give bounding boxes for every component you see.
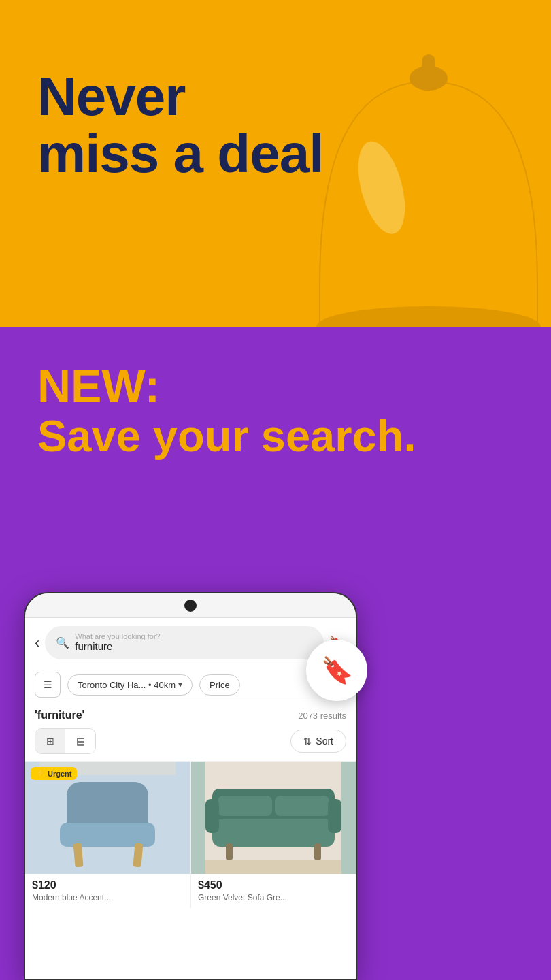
svg-rect-28 (226, 843, 233, 860)
lightning-icon: ⚡ (36, 769, 46, 778)
bell-illustration (299, 41, 551, 327)
filter-icon-button[interactable]: ☰ (35, 672, 61, 698)
filter-lines-icon: ☰ (44, 679, 52, 690)
svg-rect-25 (275, 796, 329, 816)
listing-card-2[interactable]: $450 Green Velvet Sofa Gre... (191, 762, 356, 908)
hero-yellow-section: Never miss a deal (0, 0, 551, 327)
results-count: 2073 results (298, 710, 346, 721)
bookmark-icon: 🔖 (321, 655, 353, 685)
urgent-badge: ⚡ Urgent (31, 767, 77, 780)
sort-button[interactable]: ⇅ Sort (290, 730, 346, 753)
search-input-value: furniture (75, 640, 160, 653)
list-icon: ▤ (76, 736, 85, 747)
phone-mockup: ‹ 🔍 What are you looking for? furniture … (24, 592, 357, 980)
urgent-text: Urgent (48, 770, 71, 778)
grid-view-button[interactable]: ⊞ (35, 729, 65, 753)
phone-camera (184, 600, 197, 612)
listing-info-1: $120 Modern blue Accent... (25, 874, 190, 908)
hero-title: Never miss a deal (37, 68, 323, 182)
location-text: Toronto City Ha... • 40km (78, 680, 176, 690)
list-view-button[interactable]: ▤ (65, 729, 95, 753)
svg-line-9 (299, 272, 306, 286)
svg-rect-27 (328, 799, 341, 833)
sort-label: Sort (316, 736, 333, 747)
sort-icon: ⇅ (303, 736, 312, 747)
search-row: ‹ 🔍 What are you looking for? furniture … (25, 618, 356, 668)
listing-image-wrap-2 (191, 762, 356, 874)
results-header: 'furniture' 2073 results (25, 702, 356, 725)
svg-line-14 (544, 238, 551, 259)
listing-price-1: $120 (32, 879, 183, 892)
search-placeholder: What are you looking for? (75, 633, 160, 640)
search-icon: 🔍 (56, 636, 69, 649)
listing-name-2: Green Velvet Sofa Gre... (198, 893, 349, 902)
view-toggle: ⊞ ▤ (35, 728, 96, 754)
floating-bookmark-button[interactable]: 🔖 (306, 640, 367, 701)
chevron-down-icon: ▾ (178, 680, 182, 689)
svg-rect-29 (314, 843, 321, 860)
price-label: Price (210, 680, 230, 690)
results-query-title: 'furniture' (35, 709, 84, 721)
listings-grid: ⚡ Urgent $120 Modern blue Accent... (25, 762, 356, 908)
phone-camera-bar (25, 593, 356, 618)
new-label: NEW: Save your search. (37, 361, 416, 460)
hero-purple-section: NEW: Save your search. 🔖 ‹ 🔍 What are yo… (0, 327, 551, 980)
listing-card-1[interactable]: ⚡ Urgent $120 Modern blue Accent... (25, 762, 190, 908)
svg-line-13 (299, 238, 313, 259)
view-sort-row: ⊞ ▤ ⇅ Sort (25, 725, 356, 762)
grid-icon: ⊞ (46, 736, 54, 747)
svg-rect-1 (422, 54, 435, 82)
listing-price-2: $450 (198, 879, 349, 892)
hero-title-line1: Never (37, 66, 185, 127)
save-search-label: Save your search. (37, 412, 416, 461)
search-input-box[interactable]: 🔍 What are you looking for? furniture (45, 626, 324, 659)
price-filter-pill[interactable]: Price (199, 674, 240, 696)
hero-title-line2: miss a deal (37, 123, 323, 184)
listing-image-wrap-1: ⚡ Urgent (25, 762, 190, 874)
listing-name-1: Modern blue Accent... (32, 893, 183, 902)
svg-rect-30 (205, 860, 341, 874)
svg-rect-17 (60, 823, 155, 847)
svg-rect-26 (205, 799, 219, 833)
location-filter-pill[interactable]: Toronto City Ha... • 40km ▾ (67, 674, 193, 696)
svg-rect-24 (218, 796, 272, 816)
back-button[interactable]: ‹ (35, 634, 39, 652)
listing-info-2: $450 Green Velvet Sofa Gre... (191, 874, 356, 908)
